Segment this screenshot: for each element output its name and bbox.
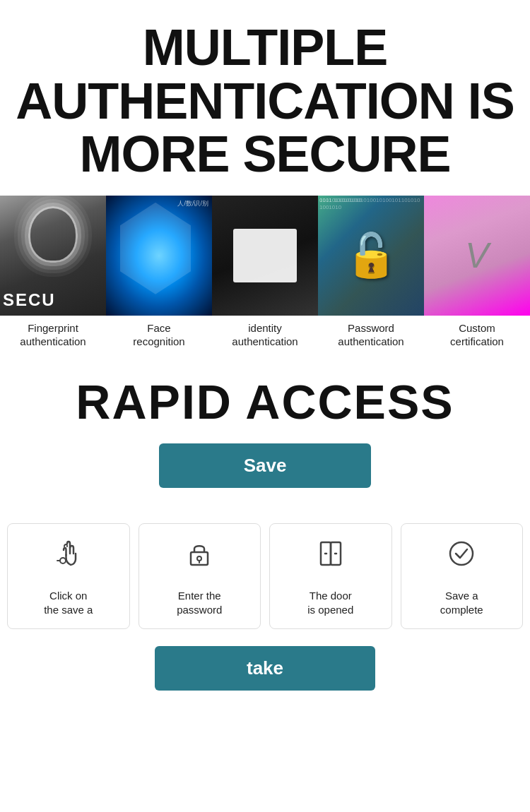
step-enter-password: Enter the password [139, 523, 261, 630]
identity-label: identity authentication [229, 316, 300, 353]
custom-cell: V Custom certification [424, 196, 530, 353]
password-label: Password authentication [335, 316, 406, 353]
finger-tap-icon [53, 538, 84, 579]
svg-point-0 [60, 558, 66, 563]
save-button[interactable]: Save [159, 443, 372, 488]
main-title: MULTIPLE AUTHENTICATION IS MORE SECURE [14, 21, 516, 181]
fingerprint-cell: Fingerprint authentication [0, 196, 106, 353]
identity-image [212, 196, 318, 316]
auth-methods-grid: Fingerprint authentication 人/数/识/别 Face … [0, 196, 530, 353]
lock-step-icon [184, 538, 215, 579]
step-click-save: Click on the save a [7, 523, 130, 630]
face-cell: 人/数/识/别 Face recognition [106, 196, 212, 353]
custom-label: Custom certification [447, 316, 507, 353]
face-image: 人/数/识/别 [106, 196, 212, 316]
custom-image: V [424, 196, 530, 316]
steps-grid: Click on the save a Enter the password [0, 523, 530, 630]
fingerprint-label: Fingerprint authentication [17, 316, 88, 353]
rapid-access-section: RAPID ACCESS Save [0, 353, 530, 523]
face-label: Face recognition [130, 316, 187, 353]
take-button-wrap: take [0, 646, 530, 712]
password-image: 010101101010010100101001011010101001010 … [318, 196, 424, 316]
page-header: MULTIPLE AUTHENTICATION IS MORE SECURE [0, 0, 530, 196]
step-door-opened: The door is opened [269, 523, 392, 630]
identity-cell: identity authentication [212, 196, 318, 353]
step-click-save-label: Click on the save a [44, 589, 93, 618]
step-enter-password-label: Enter the password [177, 589, 222, 618]
fingerprint-image [0, 196, 106, 316]
rapid-title: RAPID ACCESS [14, 374, 516, 429]
step-door-opened-label: The door is opened [307, 589, 353, 618]
checkmark-icon [446, 538, 477, 579]
step-save-complete: Save a complete [401, 523, 524, 630]
svg-point-8 [450, 542, 473, 565]
step-save-complete-label: Save a complete [440, 589, 483, 618]
password-cell: 010101101010010100101001011010101001010 … [318, 196, 424, 353]
take-button[interactable]: take [155, 646, 375, 691]
door-icon [315, 538, 346, 579]
